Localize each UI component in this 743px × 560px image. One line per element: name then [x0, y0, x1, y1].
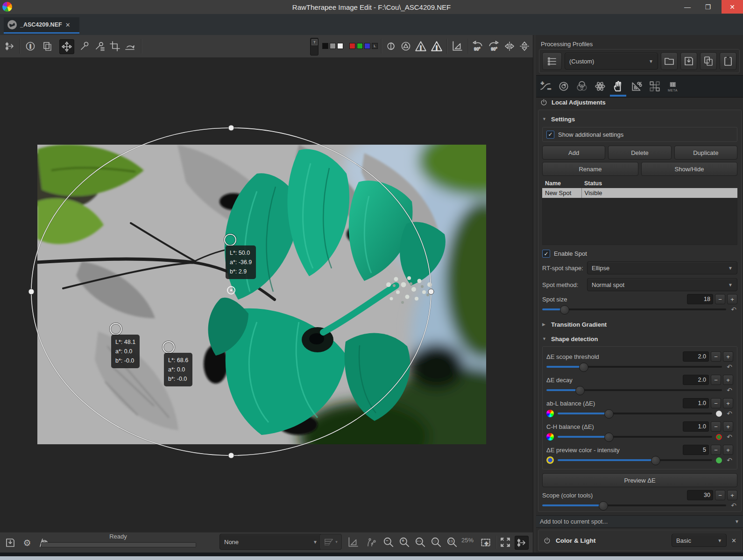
save-image-icon[interactable] [4, 536, 17, 549]
de-preview-intensity-slider[interactable] [558, 455, 712, 465]
tab-local-adjustments[interactable] [609, 77, 627, 96]
reset-icon[interactable]: ↶ [726, 410, 733, 417]
detail-window-icon[interactable] [479, 536, 492, 549]
show-second-window-icon[interactable] [40, 39, 54, 53]
power-icon[interactable] [540, 98, 548, 106]
checkbox-checked-icon[interactable]: ✓ [546, 131, 554, 139]
white-balance-picker-icon[interactable] [78, 39, 92, 53]
abl-balance-slider[interactable] [558, 408, 712, 419]
decrement-button[interactable]: − [711, 375, 721, 385]
picker-handle[interactable] [224, 234, 236, 246]
rotate-left-90-icon[interactable] [471, 39, 485, 53]
delete-button[interactable]: Delete [608, 146, 671, 160]
ch-balance-slider[interactable] [558, 432, 712, 442]
handle-top[interactable] [228, 125, 234, 131]
focus-mask-icon[interactable] [399, 39, 413, 53]
rt-spot-shape-dropdown[interactable]: Ellipse▼ [587, 261, 737, 274]
bg-black-swatch[interactable] [322, 43, 328, 49]
scope-color-tools-value[interactable]: 30 [687, 490, 713, 500]
profile-dropdown[interactable]: (Custom)▼ [565, 53, 658, 70]
reset-icon[interactable]: ↶ [726, 363, 733, 371]
film-simulation-button[interactable]: ▾ [319, 534, 342, 550]
transition-gradient-expander[interactable]: ▶ Transition Gradient [542, 319, 737, 329]
abl-balance-value[interactable]: 1.0 [683, 398, 709, 408]
queue-processing-icon[interactable]: ⚙ [21, 536, 34, 549]
rename-button[interactable]: Rename [542, 162, 638, 176]
zoom-fit-crop-icon[interactable]: □ [430, 536, 443, 549]
hand-move-tool-icon[interactable] [59, 39, 74, 54]
increment-button[interactable]: + [723, 445, 733, 455]
color-and-light-tool-header[interactable]: Color & Light Basic▼ ✕ [538, 530, 742, 551]
ch-balance-value[interactable]: 1.0 [683, 421, 709, 432]
complexity-dropdown[interactable]: Basic▼ [672, 534, 727, 547]
picker-handle[interactable] [163, 341, 175, 353]
sharpening-mask-icon[interactable] [384, 39, 398, 53]
bg-white-swatch[interactable] [337, 43, 343, 49]
decrement-button[interactable]: − [711, 351, 721, 362]
reset-icon[interactable]: ↶ [726, 456, 733, 464]
luminosity-channel-swatch[interactable]: L [372, 43, 378, 49]
de-preview-intensity-value[interactable]: 5 [683, 445, 709, 455]
preview-de-button[interactable]: Preview ΔE [542, 473, 737, 487]
power-icon[interactable] [543, 537, 551, 545]
photo-preview[interactable] [37, 145, 486, 444]
increment-button[interactable]: + [727, 490, 737, 500]
before-after-view-icon[interactable] [347, 536, 360, 549]
zoom-100-icon[interactable]: 1:1 [446, 536, 459, 549]
reset-icon[interactable]: ↶ [730, 306, 737, 313]
tab-exposure[interactable] [536, 77, 554, 96]
enable-spot-row[interactable]: ✓ Enable Spot [542, 250, 737, 258]
increment-button[interactable]: + [723, 421, 733, 432]
zoom-fit-icon[interactable]: ⌐¬ [414, 536, 427, 549]
reset-icon[interactable]: ↶ [730, 502, 737, 509]
remove-tool-icon[interactable]: ✕ [731, 537, 736, 544]
tab-transform[interactable] [627, 77, 645, 96]
decrement-button[interactable]: − [715, 294, 725, 304]
rotate-right-90-icon[interactable] [487, 39, 501, 53]
reset-icon[interactable]: ↶ [726, 386, 733, 394]
settings-expander[interactable]: ▼ Settings [542, 114, 737, 124]
flip-horizontal-icon[interactable] [502, 39, 517, 53]
split-preview-icon[interactable] [364, 536, 377, 549]
increment-button[interactable]: + [727, 294, 737, 304]
load-profile-icon[interactable] [661, 52, 678, 70]
save-profile-icon[interactable] [680, 52, 697, 70]
increment-button[interactable]: + [723, 398, 733, 408]
filmstrip-panel-toggle-icon[interactable] [3, 39, 17, 53]
increment-button[interactable]: + [723, 351, 733, 362]
tab-color[interactable] [573, 77, 591, 96]
copy-profile-icon[interactable] [700, 52, 717, 70]
crop-tool-icon[interactable] [108, 39, 122, 53]
preview-modes-icon[interactable] [450, 39, 464, 53]
spot-row[interactable]: New Spot Visible [542, 188, 737, 198]
increment-button[interactable]: + [723, 375, 733, 385]
flip-vertical-icon[interactable] [517, 39, 531, 53]
shadow-clipping-icon[interactable] [414, 39, 428, 53]
add-tool-dropdown[interactable]: Add tool to current spot... ▼ [536, 515, 743, 528]
paste-profile-icon[interactable] [720, 52, 736, 70]
decrement-button[interactable]: − [711, 398, 721, 408]
tab-advanced[interactable] [591, 77, 609, 96]
fullscreen-icon[interactable] [499, 536, 512, 549]
show-additional-settings-row[interactable]: ✓ Show additional settings [542, 127, 737, 142]
tab-close-icon[interactable]: ✕ [65, 21, 71, 28]
highlight-clipping-icon[interactable] [430, 39, 444, 53]
add-button[interactable]: Add [542, 146, 605, 160]
blue-channel-swatch[interactable] [364, 43, 370, 49]
decrement-button[interactable]: − [711, 421, 721, 432]
spot-size-slider[interactable] [542, 304, 726, 315]
de-decay-slider[interactable] [546, 385, 722, 395]
spot-list-empty-area[interactable] [542, 198, 737, 245]
red-channel-swatch[interactable] [349, 43, 355, 49]
bg-gray-swatch[interactable] [330, 43, 336, 49]
de-decay-value[interactable]: 2.0 [683, 375, 709, 385]
file-tab[interactable]: _ASC4209.NEF ✕ [4, 17, 79, 34]
green-channel-swatch[interactable] [357, 43, 363, 49]
spot-method-dropdown[interactable]: Normal spot▼ [587, 278, 737, 291]
decrement-button[interactable]: − [711, 445, 721, 455]
tab-metadata[interactable]: META [664, 77, 682, 96]
minimize-button[interactable]: — [679, 0, 695, 14]
right-panel-toggle-icon[interactable] [515, 536, 529, 550]
shape-detection-expander[interactable]: ▼ Shape detection [542, 334, 737, 344]
spot-size-value[interactable]: 18 [687, 294, 713, 304]
